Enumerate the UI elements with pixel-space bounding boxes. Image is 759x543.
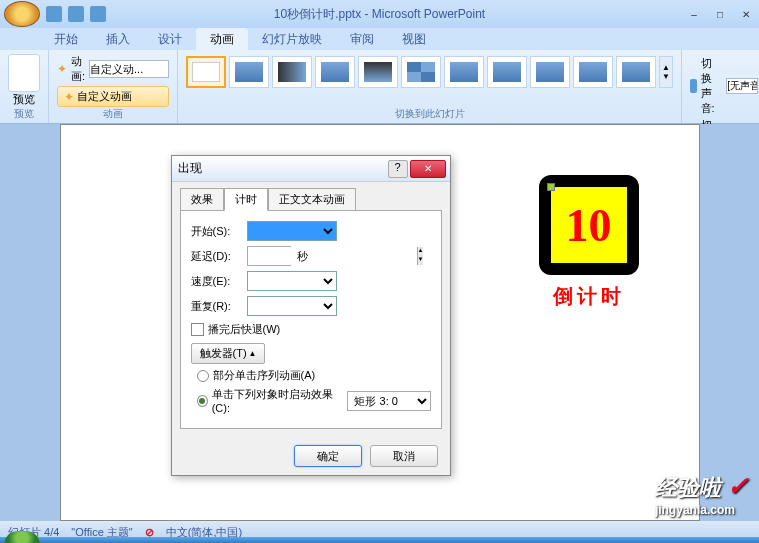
ok-button[interactable]: 确定	[294, 445, 362, 467]
selection-handle[interactable]	[547, 183, 555, 191]
ribbon: 预览 预览 ✦ 动画: ✦ 自定义动画 动画 ▲▼ 切换到此幻灯	[0, 50, 759, 124]
workspace: 10 倒计时 出现 ? ✕ 效果 计时 正文文本动画 开始(S):	[0, 124, 759, 521]
countdown-shape[interactable]: 10 倒计时	[539, 175, 639, 310]
dialog-close-button[interactable]: ✕	[410, 160, 446, 178]
trigger-label: 触发器(T)	[200, 346, 247, 361]
transition-gallery: ▲▼	[186, 54, 673, 88]
group-label-animation: 动画	[57, 107, 169, 121]
transition-thumb[interactable]	[444, 56, 484, 88]
animation-group: ✦ 动画: ✦ 自定义动画 动画	[49, 50, 178, 123]
timing-dialog: 出现 ? ✕ 效果 计时 正文文本动画 开始(S): 延迟(D): ▲▼	[171, 155, 451, 476]
inner-box: 10	[551, 187, 627, 263]
countdown-number: 10	[566, 199, 612, 252]
sound-icon	[690, 79, 696, 93]
speed-select[interactable]	[247, 271, 337, 291]
tab-review[interactable]: 审阅	[336, 28, 388, 50]
transition-thumb[interactable]	[530, 56, 570, 88]
office-button[interactable]	[4, 1, 40, 27]
transition-thumb[interactable]	[487, 56, 527, 88]
transition-none[interactable]	[186, 56, 226, 88]
transition-settings: 切换声音: 切换速度: 全部应用	[682, 50, 759, 123]
preview-label: 预览	[8, 92, 40, 107]
redo-icon[interactable]	[90, 6, 106, 22]
transition-thumb[interactable]	[573, 56, 613, 88]
minimize-button[interactable]: –	[681, 5, 707, 23]
dialog-tabs: 效果 计时 正文文本动画	[172, 182, 450, 211]
close-button[interactable]: ✕	[733, 5, 759, 23]
tab-effect[interactable]: 效果	[180, 188, 224, 211]
cancel-button[interactable]: 取消	[370, 445, 438, 467]
repeat-label: 重复(R):	[191, 299, 241, 314]
dialog-body: 开始(S): 延迟(D): ▲▼ 秒 速度(E): 重复(R):	[180, 210, 442, 429]
check-icon: ✓	[727, 471, 749, 501]
transition-thumb[interactable]	[358, 56, 398, 88]
collapse-icon: ▲	[249, 349, 257, 358]
watermark: 经验啦 ✓ jingyanla.com	[655, 471, 749, 517]
spin-up[interactable]: ▲	[417, 247, 424, 256]
slide-canvas[interactable]: 10 倒计时 出现 ? ✕ 效果 计时 正文文本动画 开始(S):	[60, 124, 700, 521]
undo-icon[interactable]	[68, 6, 84, 22]
sound-select[interactable]	[726, 78, 758, 94]
tab-view[interactable]: 视图	[388, 28, 440, 50]
transition-thumb[interactable]	[272, 56, 312, 88]
transition-more[interactable]: ▲▼	[659, 56, 673, 88]
sound-label: 切换声音:	[701, 56, 723, 116]
start-select[interactable]	[247, 221, 337, 241]
start-label: 开始(S):	[191, 224, 241, 239]
delay-spinner[interactable]: ▲▼	[247, 246, 291, 266]
delay-unit: 秒	[297, 249, 308, 264]
custom-anim-label: 自定义动画	[77, 89, 132, 104]
group-label-preview: 预览	[8, 107, 40, 121]
preview-group: 预览 预览	[0, 50, 49, 123]
delay-label: 延迟(D):	[191, 249, 241, 264]
taskbar[interactable]	[0, 537, 759, 543]
maximize-button[interactable]: □	[707, 5, 733, 23]
tab-animations[interactable]: 动画	[196, 28, 248, 50]
save-icon[interactable]	[46, 6, 62, 22]
preview-button[interactable]	[8, 54, 40, 92]
dialog-help-button[interactable]: ?	[388, 160, 408, 178]
animation-select[interactable]	[89, 60, 169, 78]
star-icon: ✦	[57, 62, 67, 76]
tab-insert[interactable]: 插入	[92, 28, 144, 50]
tab-slideshow[interactable]: 幻灯片放映	[248, 28, 336, 50]
transition-group: ▲▼ 切换到此幻灯片	[178, 50, 682, 123]
window-title: 10秒倒计时.pptx - Microsoft PowerPoint	[274, 6, 485, 23]
tab-text-animation[interactable]: 正文文本动画	[268, 188, 356, 211]
star-icon: ✦	[64, 90, 74, 104]
tab-design[interactable]: 设计	[144, 28, 196, 50]
radio-click-label: 单击下列对象时启动效果(C):	[212, 387, 340, 414]
tab-timing[interactable]: 计时	[224, 188, 268, 211]
dialog-title: 出现	[178, 160, 202, 177]
speed-label: 速度(E):	[191, 274, 241, 289]
spin-down[interactable]: ▼	[417, 256, 424, 265]
repeat-select[interactable]	[247, 296, 337, 316]
animation-label: 动画:	[71, 54, 85, 84]
dialog-buttons: 确定 取消	[172, 437, 450, 475]
group-label-transition: 切换到此幻灯片	[186, 107, 673, 121]
outer-box: 10	[539, 175, 639, 275]
titlebar: 10秒倒计时.pptx - Microsoft PowerPoint – □ ✕	[0, 0, 759, 28]
trigger-object-select[interactable]: 矩形 3: 0	[347, 391, 430, 411]
transition-thumb[interactable]	[616, 56, 656, 88]
delay-input[interactable]	[248, 247, 417, 265]
radio-click-object[interactable]	[197, 395, 208, 407]
ribbon-tabs: 开始 插入 设计 动画 幻灯片放映 审阅 视图	[0, 28, 759, 50]
countdown-label: 倒计时	[539, 283, 639, 310]
quick-access-toolbar	[46, 6, 106, 22]
custom-animation-button[interactable]: ✦ 自定义动画	[57, 86, 169, 107]
trigger-button[interactable]: 触发器(T) ▲	[191, 343, 266, 364]
transition-thumb[interactable]	[315, 56, 355, 88]
rewind-label: 播完后快退(W)	[208, 322, 281, 337]
tab-home[interactable]: 开始	[40, 28, 92, 50]
transition-thumb[interactable]	[229, 56, 269, 88]
radio-sequence-label: 部分单击序列动画(A)	[213, 368, 316, 383]
radio-sequence[interactable]	[197, 370, 209, 382]
rewind-checkbox[interactable]	[191, 323, 204, 336]
transition-thumb[interactable]	[401, 56, 441, 88]
dialog-titlebar[interactable]: 出现 ? ✕	[172, 156, 450, 182]
